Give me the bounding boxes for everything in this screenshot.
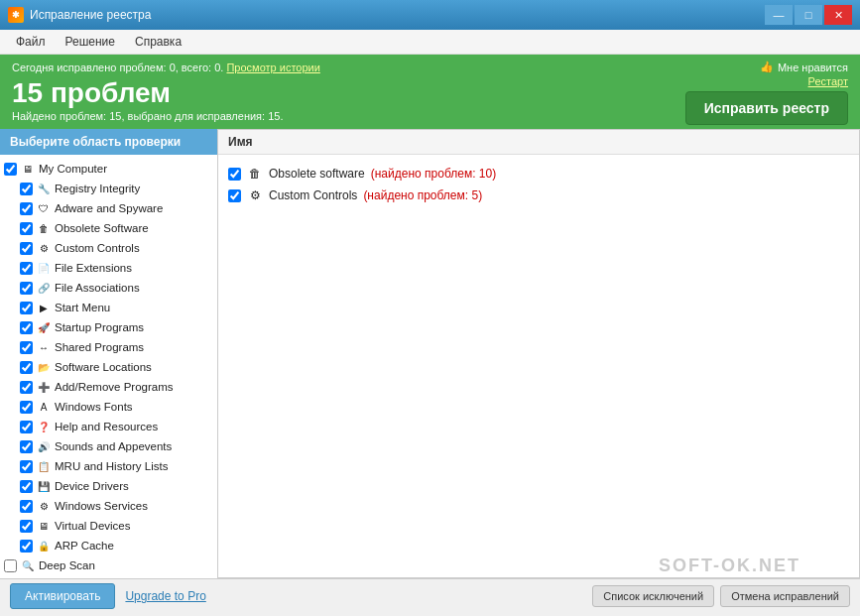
tree-item[interactable]: ➕Add/Remove Programs (0, 377, 217, 397)
tree-item[interactable]: 📋MRU and History Lists (0, 456, 217, 476)
banner-right: Рестарт Исправить реестр (685, 75, 848, 125)
tree-item-checkbox[interactable] (20, 341, 33, 354)
tree-item-icon: 🔒 (36, 538, 52, 554)
tree-item[interactable]: 🚀Startup Programs (0, 317, 217, 337)
tree-item-label: Startup Programs (55, 321, 144, 333)
menu-bar: Файл Решение Справка (0, 30, 860, 55)
menu-help[interactable]: Справка (127, 32, 189, 52)
tree-item[interactable]: ⚙Windows Services (0, 496, 217, 516)
window-title: Исправление реестра (30, 8, 151, 22)
menu-solution[interactable]: Решение (58, 32, 123, 52)
minimize-button[interactable]: — (765, 5, 793, 25)
tree-item-checkbox[interactable] (20, 262, 33, 275)
tree-item-checkbox[interactable] (20, 401, 33, 414)
banner-history-link[interactable]: Просмотр истории (226, 62, 319, 73)
tree-item-checkbox[interactable] (20, 500, 33, 513)
tree-item-checkbox[interactable] (20, 321, 33, 334)
tree-item-icon: 🔊 (36, 438, 52, 454)
banner-problem-info: 15 проблем Найдено проблем: 15, выбрано … (12, 78, 283, 123)
tree-item-checkbox[interactable] (4, 559, 17, 572)
right-panel-header: Имя (218, 130, 859, 155)
tree-item-checkbox[interactable] (20, 421, 33, 433)
tree-item[interactable]: 📂Software Locations (0, 357, 217, 377)
tree-item-icon: 📄 (36, 260, 52, 276)
tree-item-label: Windows Services (55, 500, 148, 512)
tree-item-checkbox[interactable] (20, 440, 33, 453)
tree-item[interactable]: 🔗File Associations (0, 278, 217, 298)
title-bar: ✱ Исправление реестра — □ ✕ (0, 0, 860, 30)
tree-item[interactable]: 🔒ARP Cache (0, 536, 217, 555)
tree-container[interactable]: 🖥My Computer🔧Registry Integrity🛡Adware a… (0, 155, 217, 578)
tree-item-checkbox[interactable] (20, 282, 33, 295)
tree-item-checkbox[interactable] (20, 460, 33, 473)
upgrade-link[interactable]: Upgrade to Pro (125, 589, 205, 603)
tree-item-checkbox[interactable] (20, 242, 33, 255)
result-count: (найдено проблем: 5) (363, 188, 482, 202)
status-bar: Активировать Upgrade to Pro Список исклю… (0, 578, 860, 613)
result-label: Obsolete software (269, 167, 365, 181)
tree-item[interactable]: 💾Device Drivers (0, 476, 217, 496)
tree-item-icon: 🔧 (36, 181, 52, 196)
banner-restart-link[interactable]: Рестарт (808, 75, 848, 87)
tree-item-label: Deep Scan (39, 559, 95, 571)
tree-item[interactable]: 🖥Virtual Devices (0, 516, 217, 536)
tree-item-icon: 🖥 (20, 161, 36, 177)
tree-item[interactable]: 📄File Extensions (0, 258, 217, 278)
tree-item[interactable]: 🗑Obsolete Software (0, 218, 217, 238)
tree-item-checkbox[interactable] (20, 222, 33, 235)
menu-file[interactable]: Файл (8, 32, 54, 52)
tree-item-checkbox[interactable] (20, 520, 33, 533)
tree-item-label: Windows Fonts (55, 401, 133, 413)
close-button[interactable]: ✕ (824, 5, 852, 25)
tree-item-icon: ⚙ (36, 240, 52, 256)
tree-item-label: Virtual Devices (55, 520, 131, 532)
result-item[interactable]: ⚙Custom Controls(найдено проблем: 5) (226, 185, 851, 206)
tree-item-label: File Associations (55, 282, 140, 294)
tree-item-checkbox[interactable] (20, 183, 33, 195)
banner-problem-count: 15 проблем (12, 78, 283, 109)
undo-button[interactable]: Отмена исправлений (720, 585, 850, 607)
tree-item[interactable]: 🛡Adware and Spyware (0, 198, 217, 218)
tree-item-icon: ⚙ (36, 498, 52, 514)
tree-item-checkbox[interactable] (20, 540, 33, 553)
tree-item-icon: 📂 (36, 359, 52, 375)
tree-item-checkbox[interactable] (20, 480, 33, 493)
result-item[interactable]: 🗑Obsolete software(найдено проблем: 10) (226, 163, 851, 185)
tree-item-checkbox[interactable] (4, 163, 17, 176)
tree-item[interactable]: 🔧Registry Integrity (0, 179, 217, 198)
tree-item[interactable]: ⚙Custom Controls (0, 238, 217, 258)
maximize-button[interactable]: □ (795, 5, 822, 25)
tree-item-icon: ➕ (36, 379, 52, 395)
result-checkbox[interactable] (228, 168, 241, 181)
tree-item-icon: 🗝 (36, 577, 52, 578)
result-checkbox[interactable] (228, 189, 241, 202)
tree-item-icon: 📋 (36, 458, 52, 474)
banner-middle-row: 15 проблем Найдено проблем: 15, выбрано … (12, 75, 848, 125)
tree-item-checkbox[interactable] (20, 302, 33, 314)
tree-item-icon: 🔗 (36, 280, 52, 296)
fix-registry-button[interactable]: Исправить реестр (685, 91, 848, 125)
tree-item[interactable]: ❓Help and Resources (0, 417, 217, 436)
result-icon: 🗑 (247, 166, 263, 182)
tree-item[interactable]: ▶Start Menu (0, 298, 217, 317)
tree-item-checkbox[interactable] (20, 361, 33, 374)
tree-item-icon: 🚀 (36, 319, 52, 335)
activate-button[interactable]: Активировать (10, 583, 115, 609)
tree-item[interactable]: 🖥My Computer (0, 159, 217, 179)
banner-like-section: 👍 Мне нравится (760, 61, 848, 73)
tree-item-checkbox[interactable] (20, 202, 33, 215)
tree-item[interactable]: 🔊Sounds and Appevents (0, 436, 217, 456)
result-count: (найдено проблем: 10) (371, 167, 496, 181)
exclusions-button[interactable]: Список исключений (592, 585, 714, 607)
tree-item[interactable]: 🔍Deep Scan (0, 555, 217, 575)
tree-item-checkbox[interactable] (20, 381, 33, 394)
status-right: Список исключений Отмена исправлений (592, 585, 850, 607)
tree-item-icon: 🗑 (36, 220, 52, 236)
left-panel: Выберите область проверки 🖥My Computer🔧R… (0, 129, 218, 578)
tree-item[interactable]: AWindows Fonts (0, 397, 217, 417)
tree-item[interactable]: 🗝HKEY_LOCAL_MACHINE (0, 575, 217, 578)
tree-item-label: Help and Resources (55, 421, 158, 432)
tree-item-icon: ▶ (36, 300, 52, 315)
tree-item[interactable]: ↔Shared Programs (0, 337, 217, 357)
main-content: Выберите область проверки 🖥My Computer🔧R… (0, 129, 860, 578)
